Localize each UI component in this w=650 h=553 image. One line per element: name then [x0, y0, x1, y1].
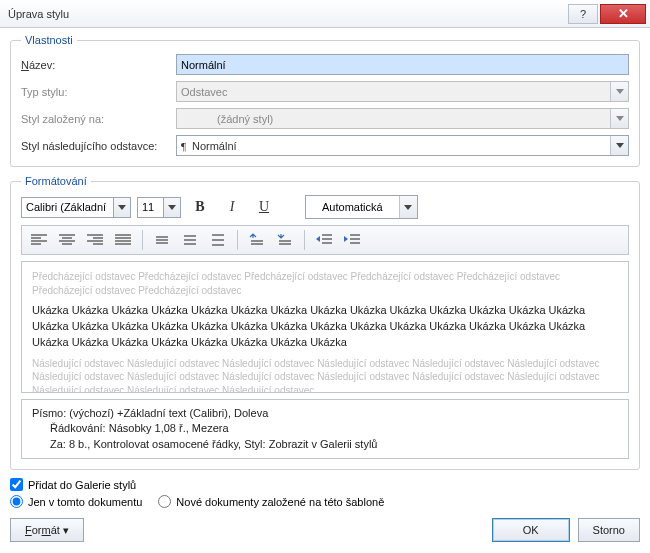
underline-button[interactable]: U	[251, 195, 277, 219]
ok-button[interactable]: OK	[492, 518, 570, 542]
following-label: Styl následujícího odstavce:	[21, 140, 176, 152]
chevron-down-icon[interactable]	[399, 196, 417, 218]
add-to-gallery-label[interactable]: Přidat do Galerie stylů	[28, 479, 136, 491]
font-color-select[interactable]: Automatická	[305, 195, 418, 219]
format-menu-button[interactable]: Formát ▾	[10, 518, 84, 542]
desc-line-3: Za: 8 b., Kontrolovat osamocené řádky, S…	[32, 437, 618, 452]
desc-line-2: Řádkování: Násobky 1,08 ř., Mezera	[32, 421, 618, 436]
properties-group: Vlastnosti Název: Typ stylu: Odstavec St…	[10, 34, 640, 167]
align-right-button[interactable]	[82, 229, 108, 251]
window-title: Úprava stylu	[8, 8, 566, 20]
formatting-group: Formátování B I U Automatická	[10, 175, 640, 470]
description-box: Písmo: (výchozí) +Základní text (Calibri…	[21, 399, 629, 459]
add-to-gallery-checkbox[interactable]	[10, 478, 23, 491]
align-justify-button[interactable]	[110, 229, 136, 251]
based-on-select: (žádný styl)	[176, 108, 629, 129]
formatting-legend: Formátování	[21, 175, 91, 187]
italic-button[interactable]: I	[219, 195, 245, 219]
type-label: Typ stylu:	[21, 86, 176, 98]
based-on-label: Styl založený na:	[21, 113, 176, 125]
name-input[interactable]	[176, 54, 629, 75]
preview-sample: Ukázka Ukázka Ukázka Ukázka Ukázka Ukázk…	[32, 303, 618, 351]
title-bar: Úprava stylu ? ✕	[0, 0, 650, 28]
new-documents-radio[interactable]: Nové dokumenty založené na této šabloně	[158, 495, 384, 508]
decrease-indent-button[interactable]	[311, 229, 337, 251]
help-button[interactable]: ?	[568, 4, 598, 24]
paragraph-toolbar	[21, 225, 629, 255]
this-document-radio[interactable]: Jen v tomto dokumentu	[10, 495, 142, 508]
type-select: Odstavec	[176, 81, 629, 102]
preview-before: Předcházející odstavec Předcházející ods…	[32, 270, 618, 297]
preview-box: Předcházející odstavec Předcházející ods…	[21, 261, 629, 393]
font-combo[interactable]	[21, 197, 131, 218]
following-select[interactable]: ¶Normální	[176, 135, 629, 156]
bold-button[interactable]: B	[187, 195, 213, 219]
align-left-button[interactable]	[26, 229, 52, 251]
desc-line-1: Písmo: (výchozí) +Základní text (Calibri…	[32, 407, 268, 419]
decrease-space-before-button[interactable]	[272, 229, 298, 251]
close-button[interactable]: ✕	[600, 4, 646, 24]
increase-indent-button[interactable]	[339, 229, 365, 251]
size-combo[interactable]	[137, 197, 181, 218]
name-label: Název:	[21, 59, 176, 71]
properties-legend: Vlastnosti	[21, 34, 77, 46]
increase-space-before-button[interactable]	[244, 229, 270, 251]
chevron-down-icon[interactable]	[113, 197, 131, 218]
medium-space-button[interactable]	[177, 229, 203, 251]
align-center-button[interactable]	[54, 229, 80, 251]
single-space-button[interactable]	[149, 229, 175, 251]
chevron-down-icon[interactable]	[163, 197, 181, 218]
font-input[interactable]	[21, 197, 113, 218]
size-input[interactable]	[137, 197, 163, 218]
preview-after: Následující odstavec Následující odstave…	[32, 357, 618, 393]
double-space-button[interactable]	[205, 229, 231, 251]
cancel-button[interactable]: Storno	[578, 518, 640, 542]
